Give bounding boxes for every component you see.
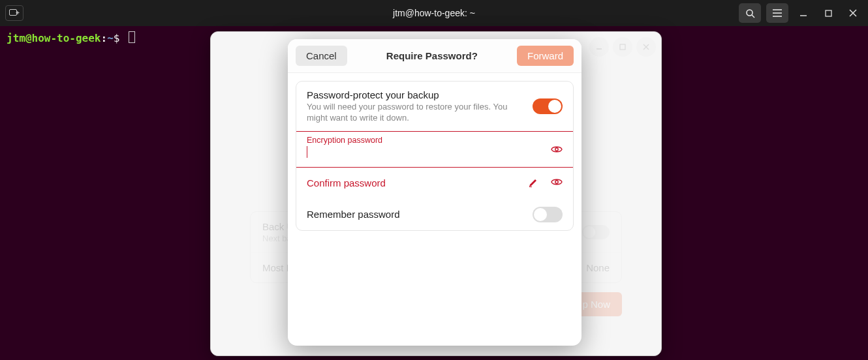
minimize-icon [799, 9, 807, 17]
text-caret [307, 146, 307, 158]
search-icon [745, 8, 755, 18]
pencil-icon [528, 178, 538, 188]
svg-point-4 [555, 148, 558, 151]
new-tab-icon [9, 9, 20, 17]
password-protect-row: Password-protect your backup You will ne… [296, 82, 573, 132]
encryption-password-label: Encryption password [307, 136, 563, 145]
window-minimize-button[interactable] [794, 3, 813, 23]
remember-password-row: Remember password [296, 199, 573, 230]
remember-password-toggle[interactable] [533, 207, 563, 222]
password-section: Password-protect your backup You will ne… [296, 81, 574, 231]
svg-point-5 [555, 181, 558, 183]
new-tab-button[interactable] [5, 5, 23, 21]
window-title: jtm@how-to-geek: ~ [0, 8, 868, 18]
show-password-button[interactable] [551, 145, 563, 153]
show-confirm-password-button[interactable] [551, 178, 563, 188]
window-close-button[interactable] [843, 3, 863, 23]
prompt-user: jtm@how-to-geek [7, 32, 101, 44]
maximize-icon [825, 10, 832, 17]
terminal-titlebar: jtm@how-to-geek: ~ [0, 0, 868, 26]
svg-rect-2 [826, 10, 831, 16]
confirm-password-field[interactable]: Confirm password [296, 167, 573, 199]
prompt-colon: : [101, 32, 108, 44]
terminal-cursor [129, 31, 135, 43]
confirm-password-label: Confirm password [307, 177, 386, 188]
search-button[interactable] [739, 3, 761, 23]
encryption-password-field[interactable]: Encryption password [296, 131, 574, 168]
password-protect-sub: You will need your password to restore y… [307, 102, 516, 124]
password-protect-title: Password-protect your backup [307, 89, 525, 100]
require-password-dialog: Cancel Require Password? Forward Passwor… [288, 39, 581, 346]
prompt-dollar: $ [114, 32, 120, 44]
password-protect-toggle[interactable] [533, 98, 563, 114]
forward-button[interactable]: Forward [517, 46, 574, 66]
dialog-title: Require Password? [386, 50, 478, 61]
eye-icon [551, 178, 563, 186]
hamburger-icon [773, 9, 782, 17]
svg-point-1 [747, 10, 752, 16]
cancel-button[interactable]: Cancel [296, 46, 347, 66]
edit-confirm-button[interactable] [528, 178, 538, 188]
window-maximize-button[interactable] [818, 3, 838, 23]
dialog-header: Cancel Require Password? Forward [288, 39, 581, 73]
hamburger-menu-button[interactable] [766, 3, 788, 23]
svg-rect-0 [10, 10, 17, 16]
close-icon [849, 9, 857, 17]
eye-icon [551, 145, 563, 153]
remember-password-label: Remember password [307, 209, 525, 220]
prompt-path: ~ [107, 32, 114, 44]
